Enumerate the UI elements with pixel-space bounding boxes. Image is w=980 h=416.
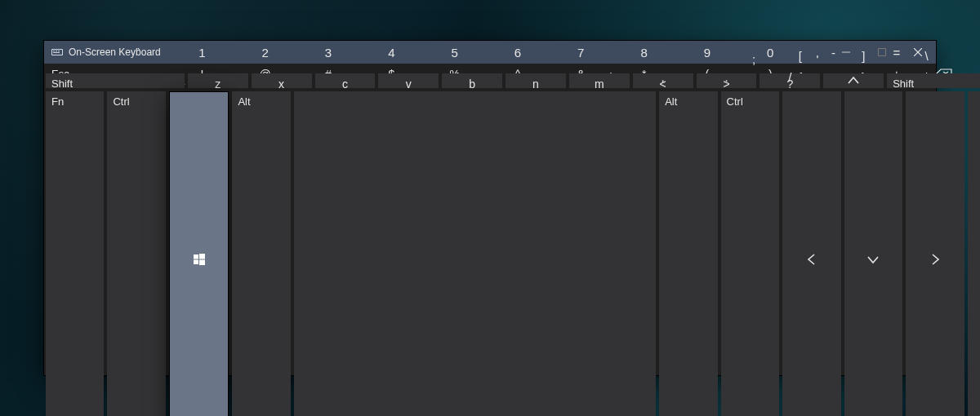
key-b[interactable]: b bbox=[442, 73, 502, 88]
keyboard: Esc ~` !1 @2 #3 $4 %5 ^6 &7 *8 (9 )0 _- … bbox=[44, 64, 936, 416]
svg-rect-3 bbox=[56, 51, 57, 51]
key-period[interactable]: >. bbox=[697, 73, 757, 88]
svg-rect-12 bbox=[194, 254, 198, 259]
svg-rect-4 bbox=[58, 51, 60, 51]
svg-rect-5 bbox=[53, 52, 60, 53]
key-v[interactable]: v bbox=[378, 73, 439, 88]
svg-rect-15 bbox=[199, 260, 205, 266]
key-x[interactable]: x bbox=[252, 73, 312, 88]
svg-rect-14 bbox=[194, 260, 198, 265]
key-arrow-right[interactable] bbox=[906, 91, 964, 416]
key-windows[interactable] bbox=[169, 91, 229, 416]
key-context-menu[interactable] bbox=[968, 91, 980, 416]
chevron-right-icon bbox=[906, 91, 964, 416]
app-icon bbox=[51, 46, 64, 59]
key-ctrl-right[interactable]: Ctrl bbox=[721, 91, 779, 416]
row-bottom: Fn Ctrl Alt Alt Ctrl bbox=[46, 91, 980, 416]
key-comma[interactable]: <, bbox=[633, 73, 693, 88]
chevron-up-icon bbox=[823, 73, 884, 88]
svg-rect-2 bbox=[53, 51, 55, 51]
key-fn[interactable]: Fn bbox=[46, 91, 104, 416]
osk-window: On-Screen Keyboard Esc ~` !1 @2 #3 $4 %5… bbox=[43, 40, 937, 376]
key-alt-left[interactable]: Alt bbox=[232, 91, 290, 416]
svg-rect-13 bbox=[199, 254, 205, 259]
key-arrow-left[interactable] bbox=[782, 91, 840, 416]
main-keys: Esc ~` !1 @2 #3 $4 %5 ^6 &7 *8 (9 )0 _- … bbox=[46, 64, 980, 416]
menu-icon bbox=[968, 91, 980, 416]
key-c[interactable]: c bbox=[315, 73, 376, 88]
key-z[interactable]: z bbox=[188, 73, 248, 88]
chevron-down-icon bbox=[844, 91, 902, 416]
key-slash[interactable]: ?/ bbox=[760, 73, 820, 88]
key-n[interactable]: n bbox=[506, 73, 566, 88]
windows-icon bbox=[170, 92, 228, 416]
key-shift-right[interactable]: Shift bbox=[887, 73, 980, 88]
key-ctrl-left[interactable]: Ctrl bbox=[107, 91, 165, 416]
key-alt-right[interactable]: Alt bbox=[659, 91, 717, 416]
key-m[interactable]: m bbox=[569, 73, 630, 88]
key-arrow-up[interactable] bbox=[823, 73, 884, 88]
key-arrow-down[interactable] bbox=[844, 91, 902, 416]
key-space[interactable] bbox=[294, 91, 656, 416]
chevron-left-icon bbox=[782, 91, 840, 416]
key-shift-left[interactable]: Shift bbox=[46, 73, 185, 88]
